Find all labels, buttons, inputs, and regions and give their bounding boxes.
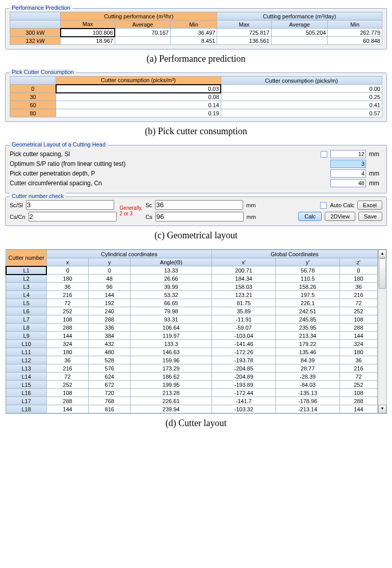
cell[interactable]: 0.25 [221,93,382,101]
sp-ratio-input[interactable] [330,160,366,168]
cell[interactable]: 528 [89,356,130,364]
auto-calc-checkbox[interactable] [320,202,327,209]
sc-sl-input[interactable] [26,200,114,210]
row-head[interactable]: L7 [6,315,46,324]
cell[interactable]: 72 [46,299,88,307]
spacing-checkbox[interactable] [321,151,327,158]
cell[interactable]: 144 [89,291,130,299]
calc-button[interactable]: Calc [298,212,322,221]
cell[interactable]: 252 [339,307,377,315]
cell[interactable]: -28.39 [276,373,339,381]
cell[interactable]: 53.32 [130,291,212,299]
cell[interactable]: 36 [339,356,377,364]
cell[interactable]: 213.34 [276,332,339,340]
row-head[interactable]: 80 [10,109,56,117]
cell[interactable]: -172.44 [212,389,275,397]
row-head[interactable]: 300 kW [10,29,61,37]
cell[interactable]: 39.99 [130,283,212,291]
cell[interactable]: 96 [89,283,130,291]
cell[interactable]: 28.77 [276,364,339,373]
cell[interactable]: 184.34 [212,275,275,283]
row-head[interactable]: L9 [6,332,46,340]
cell[interactable]: -172.26 [212,348,275,356]
cell[interactable]: 216 [339,291,377,299]
cell[interactable]: 106.64 [130,324,212,332]
cell[interactable]: 144 [339,332,377,340]
cell[interactable]: 235.95 [276,324,339,332]
cell[interactable]: 8.451 [170,37,217,45]
cell[interactable]: 288 [46,397,88,405]
cell[interactable]: 108 [46,315,88,324]
cutter-layout-table[interactable]: Cutter number Cylindrical coordinates Gl… [6,250,378,413]
cell[interactable]: -193.89 [212,381,275,389]
cell[interactable]: 816 [89,405,130,413]
cell[interactable]: 226.1 [276,299,339,307]
cell[interactable]: 252 [339,381,377,389]
cell[interactable]: 252 [46,307,88,315]
cell[interactable]: -178.96 [276,397,339,405]
cell[interactable]: 672 [89,381,130,389]
cell[interactable]: 36 [46,356,88,364]
cell[interactable]: 66.65 [130,299,212,307]
cell[interactable]: 93.31 [130,315,212,324]
row-head[interactable]: L2 [6,275,46,283]
cell[interactable]: 240 [89,307,130,315]
cell[interactable]: 60.848 [328,37,382,45]
cell[interactable]: 173.29 [130,364,212,373]
row-head[interactable]: L18 [6,405,46,413]
cell[interactable]: 180 [46,275,88,283]
scroll-track[interactable] [378,258,386,405]
cell[interactable]: 245.85 [276,315,339,324]
cell[interactable]: 505.204 [271,29,328,37]
cell[interactable]: -204.89 [212,373,275,381]
cell[interactable]: 0 [89,266,130,275]
cell[interactable]: 216 [339,364,377,373]
row-head[interactable]: L14 [6,373,46,381]
consumption-table[interactable]: Cutter consumption (picks/m³) Cutter con… [10,76,382,117]
cell[interactable]: 123.21 [212,291,275,299]
sc-input[interactable] [155,200,243,210]
cell[interactable]: 79.98 [130,307,212,315]
row-head[interactable]: L12 [6,356,46,364]
cell[interactable]: 72 [339,299,377,307]
cell[interactable]: 288 [89,315,130,324]
excel-button[interactable]: Excel [357,201,382,210]
cell[interactable]: 288 [46,324,88,332]
cell[interactable]: 133.3 [130,340,212,348]
cell[interactable]: -84.03 [276,381,339,389]
cell[interactable]: 262.779 [328,29,382,37]
cell[interactable]: 18.967 [61,37,115,45]
cell[interactable]: 36 [46,283,88,291]
cell[interactable]: 180 [46,348,88,356]
cell[interactable]: 324 [46,340,88,348]
cell[interactable] [115,37,170,45]
cell[interactable]: 624 [89,373,130,381]
cell[interactable]: 84.39 [276,356,339,364]
row-head[interactable]: L6 [6,307,46,315]
cell[interactable]: 199.95 [130,381,212,389]
spacing-input[interactable] [330,150,366,158]
cell[interactable]: 576 [89,364,130,373]
row-head[interactable]: L5 [6,299,46,307]
cell[interactable]: 226.61 [130,397,212,405]
cell[interactable]: 216 [46,364,88,373]
cell[interactable]: 0.14 [56,101,221,109]
cell[interactable]: 179.22 [276,340,339,348]
cell[interactable]: 108 [339,315,377,324]
cell[interactable]: -204.85 [212,364,275,373]
cell[interactable]: 70.167 [115,29,170,37]
cell[interactable]: 35.89 [212,307,275,315]
cell[interactable]: 180 [339,275,377,283]
vertical-scrollbar[interactable]: ▲ ▼ [378,250,386,413]
cell[interactable]: -141.7 [212,397,275,405]
cell[interactable]: -103.32 [212,405,275,413]
cell[interactable] [271,37,328,45]
cell[interactable]: 197.5 [276,291,339,299]
cell[interactable]: 768 [89,397,130,405]
cell[interactable]: 725.817 [217,29,271,37]
cell[interactable]: 136.561 [217,37,271,45]
cs-cn-input[interactable] [29,212,117,221]
row-head[interactable]: L1 [6,266,46,275]
cell[interactable]: 48 [89,275,130,283]
cell[interactable]: -141.46 [212,340,275,348]
